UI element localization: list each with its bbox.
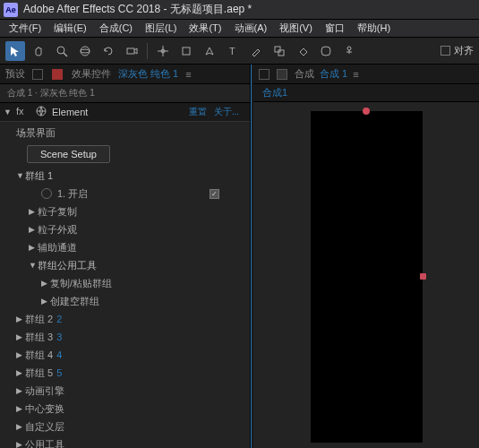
snap-checkbox[interactable] (441, 46, 450, 56)
text-tool-icon[interactable]: T (223, 41, 243, 61)
comp-canvas[interactable] (311, 111, 423, 443)
menu-animation[interactable]: 动画(A) (229, 20, 273, 37)
effect-controls-panel: 预设 效果控件 深灰色 纯色 1 ≡ 合成 1 · 深灰色 纯色 1 ▼ fx … (0, 65, 251, 448)
twirl-right-icon[interactable]: ▶ (41, 279, 50, 288)
effect-header: ▼ fx Element 重置 关于... (0, 102, 250, 122)
rect-tool-icon[interactable] (176, 41, 196, 61)
effect-params-list: 场景界面 Scene Setup ▼群组 1 1. 开启✓ ▶粒子复制 ▶粒子外… (0, 122, 250, 448)
scene-setup-button[interactable]: Scene Setup (27, 145, 110, 163)
composition-viewer[interactable] (253, 102, 479, 448)
brush-tool-icon[interactable] (246, 41, 266, 61)
twirl-down-icon[interactable]: ▼ (29, 261, 38, 270)
fx-target-link[interactable]: 深灰色 纯色 1 (118, 67, 178, 81)
svg-rect-8 (183, 47, 190, 55)
menu-file[interactable]: 文件(F) (4, 20, 47, 37)
svg-line-1 (64, 53, 67, 56)
fx-controls-label: 效果控件 (72, 67, 111, 81)
twirl-right-icon[interactable]: ▶ (16, 440, 25, 448)
toolbar-separator (147, 43, 148, 59)
svg-point-3 (81, 49, 90, 53)
svg-rect-4 (127, 48, 134, 54)
anim-engine-label: 动画引擎 (25, 384, 64, 398)
roto-tool-icon[interactable] (316, 41, 336, 61)
twirl-right-icon[interactable]: ▶ (16, 314, 25, 323)
particle-look-label: 粒子外观 (38, 223, 77, 237)
menu-view[interactable]: 视图(V) (274, 20, 318, 37)
fx-badge-icon: fx (16, 106, 29, 118)
active-comp-link[interactable]: 合成 1 (320, 67, 347, 81)
clone-tool-icon[interactable] (269, 41, 289, 61)
svg-point-2 (81, 47, 90, 56)
window-titlebar: Ae Adobe After Effects CC 2018 - 无标题项目.a… (0, 0, 479, 20)
svg-point-0 (57, 47, 64, 54)
twirl-right-icon[interactable]: ▶ (29, 243, 38, 252)
aux-channel-label: 辅助通道 (38, 241, 77, 254)
eraser-tool-icon[interactable] (293, 41, 312, 61)
selection-tool-icon[interactable] (5, 41, 25, 61)
reset-link[interactable]: 重置 (189, 106, 207, 118)
svg-rect-10 (275, 47, 280, 52)
panel-menu-icon[interactable] (259, 69, 269, 80)
fx-globe-icon[interactable] (36, 106, 48, 118)
anchor-tool-icon[interactable] (153, 41, 173, 61)
twirl-down-icon[interactable]: ▼ (4, 108, 13, 116)
menu-effect[interactable]: 效果(T) (184, 20, 227, 37)
rotate-tool-icon[interactable] (98, 41, 118, 61)
menu-composition[interactable]: 合成(C) (94, 20, 138, 37)
comp-tab[interactable]: 合成1 (262, 86, 287, 99)
twirl-down-icon[interactable]: ▼ (16, 171, 25, 180)
hand-tool-icon[interactable] (29, 41, 48, 61)
comp-panel-label: 合成 (295, 67, 314, 81)
transform-handle-top[interactable] (363, 108, 370, 115)
group-tools-label: 群组公用工具 (38, 259, 97, 272)
custom-layer-label: 自定义层 (25, 420, 64, 434)
about-link[interactable]: 关于... (214, 106, 239, 118)
transform-handle-right[interactable] (420, 273, 426, 280)
twirl-right-icon[interactable]: ▶ (16, 404, 25, 413)
svg-point-12 (347, 47, 351, 50)
twirl-right-icon[interactable]: ▶ (16, 368, 25, 377)
group5-label: 群组 5 (25, 366, 53, 380)
center-transform-label: 中心变换 (25, 402, 64, 416)
group3-label: 群组 3 (25, 331, 53, 344)
twirl-right-icon[interactable]: ▶ (29, 207, 38, 216)
orbit-tool-icon[interactable] (75, 41, 95, 61)
twirl-right-icon[interactable]: ▶ (29, 225, 38, 234)
panel-close-icon[interactable] (52, 69, 63, 80)
panel-layout-icon[interactable] (277, 69, 287, 80)
enable-checkbox[interactable]: ✓ (210, 189, 219, 199)
svg-text:T: T (229, 46, 235, 56)
menu-window[interactable]: 窗口 (320, 20, 350, 37)
composition-panel: 合成 合成 1 ≡ 合成1 (253, 65, 479, 448)
preset-label: 预设 (5, 67, 25, 81)
twirl-right-icon[interactable]: ▶ (16, 422, 25, 431)
twirl-right-icon[interactable]: ▶ (16, 386, 25, 395)
menu-layer[interactable]: 图层(L) (140, 20, 182, 37)
particle-copy-label: 粒子复制 (38, 205, 77, 219)
group2-label: 群组 2 (25, 313, 53, 326)
align-label: 对齐 (454, 44, 474, 57)
twirl-right-icon[interactable]: ▶ (16, 332, 25, 341)
stopwatch-icon[interactable] (41, 188, 52, 199)
enable-label: 1. 开启 (57, 187, 88, 201)
menu-help[interactable]: 帮助(H) (352, 20, 396, 37)
twirl-right-icon[interactable]: ▶ (16, 350, 25, 359)
scene-interface-label: 场景界面 (16, 126, 56, 140)
panel-breadcrumb: 合成 1 · 深灰色 纯色 1 (0, 84, 250, 102)
window-title: Adobe After Effects CC 2018 - 无标题项目.aep … (23, 2, 252, 17)
util-tools-label: 公用工具 (25, 438, 64, 449)
pen-tool-icon[interactable] (200, 41, 219, 61)
tool-toolbar: T 对齐 (0, 38, 479, 65)
puppet-tool-icon[interactable] (339, 41, 359, 61)
group1-label: 群组 1 (25, 169, 53, 183)
main-menubar: 文件(F) 编辑(E) 合成(C) 图层(L) 效果(T) 动画(A) 视图(V… (0, 20, 479, 38)
group4-label: 群组 4 (25, 349, 53, 362)
create-null-label: 创建空群组 (50, 295, 99, 308)
app-logo-icon: Ae (4, 3, 18, 17)
plugin-name: Element (52, 107, 189, 117)
camera-tool-icon[interactable] (122, 41, 141, 61)
panel-menu-icon[interactable] (32, 69, 43, 80)
zoom-tool-icon[interactable] (52, 41, 72, 61)
twirl-right-icon[interactable]: ▶ (41, 297, 50, 306)
menu-edit[interactable]: 编辑(E) (48, 20, 92, 37)
